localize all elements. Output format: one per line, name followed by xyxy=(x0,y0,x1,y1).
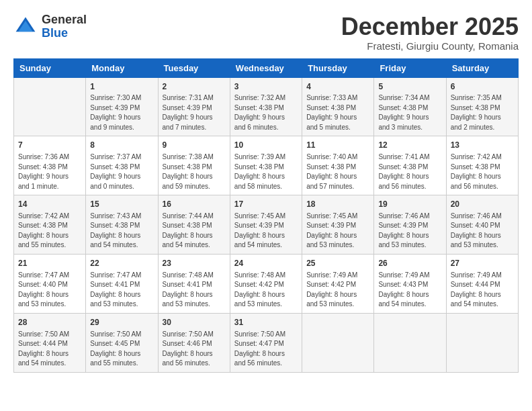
daylight-text: Daylight: 8 hours and 53 minutes. xyxy=(451,232,501,249)
day-number: 19 xyxy=(378,199,441,210)
sunset-text: Sunset: 4:38 PM xyxy=(234,163,284,171)
cell-content: Sunrise: 7:45 AM Sunset: 4:39 PM Dayligh… xyxy=(306,212,369,250)
day-number: 8 xyxy=(90,140,153,151)
sunset-text: Sunset: 4:38 PM xyxy=(306,104,356,111)
day-number: 7 xyxy=(18,140,81,151)
calendar-cell: 28 Sunrise: 7:50 AM Sunset: 4:44 PM Dayl… xyxy=(14,313,86,372)
weekday-header-sunday: Sunday xyxy=(14,58,86,77)
calendar-cell xyxy=(374,313,446,372)
calendar-cell: 1 Sunrise: 7:30 AM Sunset: 4:39 PM Dayli… xyxy=(86,77,158,136)
daylight-text: Daylight: 8 hours and 53 minutes. xyxy=(163,291,213,308)
calendar-cell: 4 Sunrise: 7:33 AM Sunset: 4:38 PM Dayli… xyxy=(302,77,374,136)
cell-content: Sunrise: 7:49 AM Sunset: 4:42 PM Dayligh… xyxy=(306,271,369,310)
cell-content: Sunrise: 7:43 AM Sunset: 4:38 PM Dayligh… xyxy=(90,212,153,250)
week-row-5: 28 Sunrise: 7:50 AM Sunset: 4:44 PM Dayl… xyxy=(14,313,519,372)
day-number: 1 xyxy=(90,81,153,93)
page-header: General Blue December 2025 Fratesti, Giu… xyxy=(13,13,519,52)
day-number: 24 xyxy=(234,258,298,269)
daylight-text: Daylight: 8 hours and 55 minutes. xyxy=(18,232,69,249)
sunrise-text: Sunrise: 7:46 AM xyxy=(451,212,502,220)
calendar-cell: 25 Sunrise: 7:49 AM Sunset: 4:42 PM Dayl… xyxy=(302,254,374,313)
day-number: 17 xyxy=(234,199,298,210)
daylight-text: Daylight: 8 hours and 54 minutes. xyxy=(163,232,213,249)
calendar-table: SundayMondayTuesdayWednesdayThursdayFrid… xyxy=(13,58,519,373)
sunrise-text: Sunrise: 7:33 AM xyxy=(306,94,357,101)
sunset-text: Sunset: 4:38 PM xyxy=(234,104,284,111)
cell-content: Sunrise: 7:40 AM Sunset: 4:38 PM Dayligh… xyxy=(306,152,369,191)
day-number: 26 xyxy=(378,258,441,269)
day-number: 25 xyxy=(306,258,369,269)
cell-content: Sunrise: 7:50 AM Sunset: 4:46 PM Dayligh… xyxy=(163,330,226,369)
sunrise-text: Sunrise: 7:42 AM xyxy=(451,153,502,161)
sunrise-text: Sunrise: 7:47 AM xyxy=(18,271,69,279)
cell-content: Sunrise: 7:33 AM Sunset: 4:38 PM Dayligh… xyxy=(306,93,369,132)
sunrise-text: Sunrise: 7:50 AM xyxy=(18,330,69,338)
sunrise-text: Sunrise: 7:39 AM xyxy=(234,153,285,161)
sunset-text: Sunset: 4:39 PM xyxy=(163,104,212,111)
sunset-text: Sunset: 4:38 PM xyxy=(90,222,140,229)
sunset-text: Sunset: 4:38 PM xyxy=(306,163,356,171)
cell-content: Sunrise: 7:50 AM Sunset: 4:44 PM Dayligh… xyxy=(18,330,81,369)
daylight-text: Daylight: 9 hours and 0 minutes. xyxy=(90,173,140,190)
sunset-text: Sunset: 4:45 PM xyxy=(90,340,140,347)
week-row-4: 21 Sunrise: 7:47 AM Sunset: 4:40 PM Dayl… xyxy=(14,254,519,313)
sunrise-text: Sunrise: 7:31 AM xyxy=(163,94,214,101)
cell-content: Sunrise: 7:48 AM Sunset: 4:41 PM Dayligh… xyxy=(163,271,226,310)
sunrise-text: Sunrise: 7:32 AM xyxy=(234,94,285,101)
calendar-cell: 5 Sunrise: 7:34 AM Sunset: 4:38 PM Dayli… xyxy=(374,77,446,136)
calendar-cell: 3 Sunrise: 7:32 AM Sunset: 4:38 PM Dayli… xyxy=(230,77,302,136)
sunrise-text: Sunrise: 7:30 AM xyxy=(90,94,141,101)
cell-content: Sunrise: 7:37 AM Sunset: 4:38 PM Dayligh… xyxy=(90,152,153,191)
day-number: 5 xyxy=(378,81,441,93)
daylight-text: Daylight: 8 hours and 54 minutes. xyxy=(234,232,285,249)
calendar-cell: 10 Sunrise: 7:39 AM Sunset: 4:38 PM Dayl… xyxy=(230,136,302,195)
location-subtitle: Fratesti, Giurgiu County, Romania xyxy=(341,40,519,52)
calendar-cell: 8 Sunrise: 7:37 AM Sunset: 4:38 PM Dayli… xyxy=(86,136,158,195)
sunrise-text: Sunrise: 7:49 AM xyxy=(451,271,502,279)
cell-content: Sunrise: 7:44 AM Sunset: 4:38 PM Dayligh… xyxy=(163,212,226,250)
day-number: 4 xyxy=(306,81,369,93)
calendar-cell xyxy=(14,77,86,136)
cell-content: Sunrise: 7:31 AM Sunset: 4:39 PM Dayligh… xyxy=(163,93,226,132)
week-row-2: 7 Sunrise: 7:36 AM Sunset: 4:38 PM Dayli… xyxy=(14,136,519,195)
sunset-text: Sunset: 4:38 PM xyxy=(378,104,428,111)
weekday-header-row: SundayMondayTuesdayWednesdayThursdayFrid… xyxy=(14,58,519,77)
calendar-cell: 9 Sunrise: 7:38 AM Sunset: 4:38 PM Dayli… xyxy=(158,136,230,195)
day-number: 2 xyxy=(163,81,226,93)
sunrise-text: Sunrise: 7:36 AM xyxy=(18,153,69,161)
day-number: 22 xyxy=(90,258,153,269)
calendar-cell: 17 Sunrise: 7:45 AM Sunset: 4:39 PM Dayl… xyxy=(230,195,302,255)
day-number: 27 xyxy=(451,258,514,269)
weekday-header-thursday: Thursday xyxy=(302,58,374,77)
cell-content: Sunrise: 7:46 AM Sunset: 4:39 PM Dayligh… xyxy=(378,212,441,250)
calendar-cell: 15 Sunrise: 7:43 AM Sunset: 4:38 PM Dayl… xyxy=(86,195,158,255)
day-number: 28 xyxy=(18,317,81,328)
sunset-text: Sunset: 4:39 PM xyxy=(234,222,284,229)
day-number: 20 xyxy=(451,199,514,210)
cell-content: Sunrise: 7:47 AM Sunset: 4:40 PM Dayligh… xyxy=(18,271,81,310)
day-number: 14 xyxy=(18,199,81,210)
cell-content: Sunrise: 7:48 AM Sunset: 4:42 PM Dayligh… xyxy=(234,271,298,310)
cell-content: Sunrise: 7:35 AM Sunset: 4:38 PM Dayligh… xyxy=(451,93,514,132)
sunset-text: Sunset: 4:40 PM xyxy=(451,222,500,229)
day-number: 11 xyxy=(306,140,369,151)
cell-content: Sunrise: 7:47 AM Sunset: 4:41 PM Dayligh… xyxy=(90,271,153,310)
daylight-text: Daylight: 8 hours and 57 minutes. xyxy=(306,173,357,190)
sunrise-text: Sunrise: 7:42 AM xyxy=(18,212,69,220)
daylight-text: Daylight: 9 hours and 6 minutes. xyxy=(234,113,285,131)
daylight-text: Daylight: 8 hours and 55 minutes. xyxy=(90,350,140,367)
logo-text: General Blue xyxy=(42,13,87,40)
sunset-text: Sunset: 4:38 PM xyxy=(163,222,212,229)
sunrise-text: Sunrise: 7:49 AM xyxy=(378,271,429,279)
sunrise-text: Sunrise: 7:45 AM xyxy=(234,212,285,220)
calendar-cell: 2 Sunrise: 7:31 AM Sunset: 4:39 PM Dayli… xyxy=(158,77,230,136)
logo-icon xyxy=(13,15,38,39)
sunset-text: Sunset: 4:41 PM xyxy=(90,281,140,288)
daylight-text: Daylight: 8 hours and 59 minutes. xyxy=(163,173,213,190)
calendar-cell: 31 Sunrise: 7:50 AM Sunset: 4:47 PM Dayl… xyxy=(230,313,302,372)
logo: General Blue xyxy=(13,13,87,40)
daylight-text: Daylight: 9 hours and 2 minutes. xyxy=(451,113,501,131)
day-number: 12 xyxy=(378,140,441,151)
calendar-cell: 13 Sunrise: 7:42 AM Sunset: 4:38 PM Dayl… xyxy=(446,136,518,195)
day-number: 21 xyxy=(18,258,81,269)
